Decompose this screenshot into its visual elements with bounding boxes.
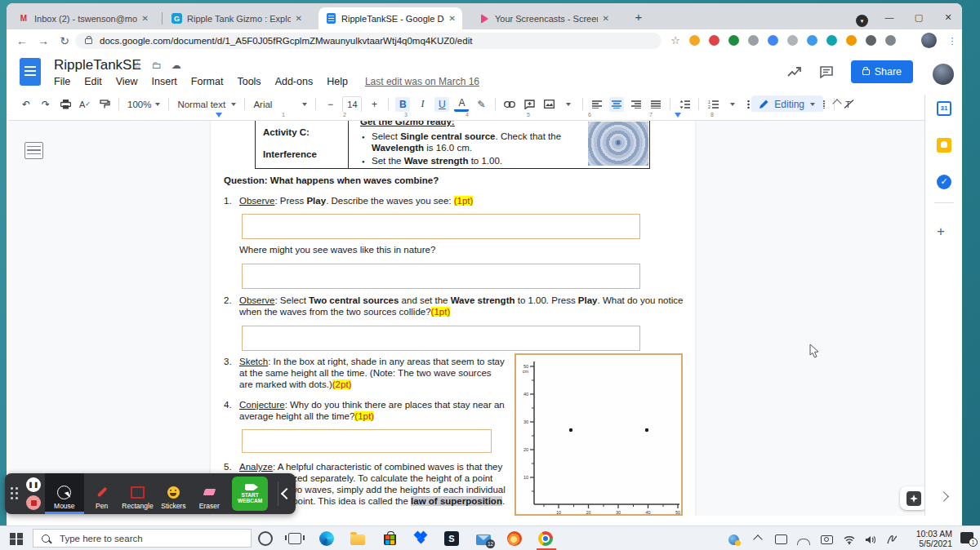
tab-gmail[interactable]: M Inbox (2) - tswenson@mountain ✕ bbox=[11, 7, 155, 29]
right-indent-marker[interactable] bbox=[675, 113, 681, 118]
document-outline-icon[interactable] bbox=[24, 142, 43, 159]
font-size-increase-icon[interactable]: + bbox=[367, 97, 381, 112]
font-size-decrease-icon[interactable]: − bbox=[323, 97, 337, 112]
share-button[interactable]: Share bbox=[851, 60, 913, 83]
format-paint-icon[interactable] bbox=[97, 97, 112, 112]
align-justify-icon[interactable] bbox=[648, 97, 663, 112]
redo-icon[interactable]: ↷ bbox=[38, 97, 53, 112]
minimize-button[interactable]: — bbox=[877, 8, 902, 26]
insert-link-icon[interactable] bbox=[502, 97, 517, 112]
extension-icon[interactable] bbox=[768, 35, 778, 46]
collapse-toolbar-button[interactable] bbox=[278, 473, 296, 514]
tab-close-icon[interactable]: ✕ bbox=[142, 14, 149, 23]
star-document-icon[interactable]: ☆ bbox=[133, 60, 142, 71]
antivirus-tray-icon[interactable] bbox=[727, 533, 740, 546]
extension-icon[interactable] bbox=[866, 35, 876, 46]
ruler[interactable]: 12345678 bbox=[8, 112, 924, 121]
extension-icon[interactable] bbox=[826, 35, 837, 46]
ripple-tank-image[interactable] bbox=[588, 122, 648, 166]
mail-icon[interactable]: 12 bbox=[474, 530, 492, 548]
document-page[interactable]: Activity C: Interference Get the Gizmo r… bbox=[211, 121, 695, 516]
reload-icon[interactable]: ↻ bbox=[57, 33, 72, 48]
forward-icon[interactable]: → bbox=[36, 33, 51, 48]
menu-item-add-ons[interactable]: Add-ons bbox=[275, 76, 314, 87]
extension-icon[interactable] bbox=[728, 35, 739, 46]
document-title[interactable]: RippleTankSE bbox=[54, 57, 141, 73]
onedrive-cloud-icon[interactable] bbox=[797, 533, 810, 546]
align-center-icon[interactable] bbox=[609, 97, 624, 112]
sketch-plot-box[interactable]: 50cm403020101020304050 bbox=[514, 353, 683, 516]
start-webcam-button[interactable]: START WEBCAM bbox=[232, 477, 268, 511]
show-hidden-icons[interactable] bbox=[751, 533, 764, 546]
dropbox-icon[interactable] bbox=[412, 530, 430, 548]
keep-icon[interactable] bbox=[937, 138, 951, 153]
close-button[interactable]: ✕ bbox=[936, 8, 960, 26]
browser-menu-icon[interactable]: ⋮ bbox=[947, 33, 957, 49]
tab-close-icon[interactable]: ✕ bbox=[449, 14, 456, 23]
answer-box-3[interactable] bbox=[242, 326, 640, 351]
menu-item-view[interactable]: View bbox=[116, 76, 138, 87]
task-view-icon[interactable] bbox=[286, 530, 304, 548]
tab-google-docs-active[interactable]: RippleTankSE - Google Docs ✕ bbox=[318, 7, 462, 29]
extension-icon[interactable] bbox=[787, 35, 798, 46]
media-controls-icon[interactable]: ▾ bbox=[856, 15, 868, 27]
start-button[interactable] bbox=[10, 533, 22, 545]
drag-handle[interactable] bbox=[11, 487, 23, 500]
tab-close-icon[interactable]: ✕ bbox=[296, 14, 302, 23]
add-comment-icon[interactable] bbox=[522, 97, 537, 112]
comments-icon[interactable] bbox=[820, 66, 833, 78]
tool-stickers[interactable]: Stickers bbox=[155, 473, 191, 514]
tool-rectangle[interactable]: Rectangle bbox=[120, 473, 156, 514]
menu-item-help[interactable]: Help bbox=[327, 76, 348, 87]
maximize-button[interactable]: ▢ bbox=[906, 8, 931, 26]
menu-item-insert[interactable]: Insert bbox=[152, 76, 177, 87]
tasks-icon[interactable]: ✓ bbox=[937, 175, 951, 189]
align-left-icon[interactable] bbox=[590, 97, 604, 112]
new-tab-button[interactable]: + bbox=[629, 10, 648, 26]
move-folder-icon[interactable]: 🗀 bbox=[152, 60, 162, 71]
s-app-icon[interactable]: S bbox=[443, 530, 461, 548]
highlight-color-icon[interactable]: ✎ bbox=[474, 97, 488, 112]
undo-icon[interactable]: ↶ bbox=[19, 97, 33, 112]
get-add-ons-icon[interactable]: + bbox=[937, 224, 945, 240]
file-explorer-icon[interactable] bbox=[349, 530, 367, 548]
underline-icon[interactable]: U bbox=[434, 97, 449, 112]
insert-image-icon[interactable] bbox=[541, 97, 556, 112]
text-color-icon[interactable]: A bbox=[454, 97, 469, 112]
left-indent-marker[interactable] bbox=[216, 113, 222, 118]
explore-button[interactable] bbox=[900, 486, 924, 510]
answer-box-4[interactable] bbox=[242, 429, 492, 453]
menu-item-format[interactable]: Format bbox=[191, 76, 224, 87]
zoom-select[interactable]: 100% bbox=[127, 100, 160, 109]
display-tray-icon[interactable] bbox=[774, 533, 787, 546]
menu-item-file[interactable]: File bbox=[54, 76, 70, 87]
taskbar-clock[interactable]: 10:03 AM 5/5/2021 bbox=[916, 529, 952, 548]
camera-tray-icon[interactable] bbox=[820, 533, 833, 546]
wifi-icon[interactable] bbox=[843, 533, 856, 546]
firefox-icon[interactable] bbox=[506, 530, 523, 548]
print-icon[interactable] bbox=[58, 97, 73, 112]
pause-recording-button[interactable]: ❚❚ bbox=[26, 477, 41, 492]
chevron-down-icon[interactable] bbox=[725, 97, 740, 112]
browser-profile-avatar[interactable] bbox=[921, 33, 937, 48]
numbered-list-icon[interactable]: 12 bbox=[706, 97, 720, 112]
document-stats-icon[interactable] bbox=[787, 66, 802, 78]
spellcheck-icon[interactable]: A✓ bbox=[78, 97, 92, 112]
extension-icon[interactable] bbox=[709, 35, 719, 46]
chevron-down-icon[interactable] bbox=[561, 97, 576, 112]
tab-screencastify[interactable]: Your Screencasts - Screencastify ✕ bbox=[472, 7, 616, 29]
back-icon[interactable]: ← bbox=[15, 33, 29, 48]
extension-icon[interactable] bbox=[689, 35, 700, 46]
tool-eraser[interactable]: Eraser bbox=[191, 473, 227, 514]
stop-recording-button[interactable] bbox=[26, 495, 41, 510]
last-edit-link[interactable]: Last edit was on March 16 bbox=[365, 76, 479, 87]
account-avatar[interactable] bbox=[933, 64, 954, 85]
hide-menus-icon[interactable] bbox=[831, 97, 843, 109]
tool-pen[interactable]: Pen bbox=[84, 473, 120, 514]
clear-formatting-icon[interactable]: T bbox=[841, 97, 856, 112]
italic-icon[interactable]: I bbox=[415, 97, 430, 112]
paragraph-style-select[interactable]: Normal text bbox=[177, 100, 236, 109]
answer-box-2[interactable] bbox=[242, 264, 640, 289]
tool-mouse[interactable]: Mouse bbox=[45, 473, 84, 514]
extension-icon[interactable] bbox=[748, 35, 759, 46]
